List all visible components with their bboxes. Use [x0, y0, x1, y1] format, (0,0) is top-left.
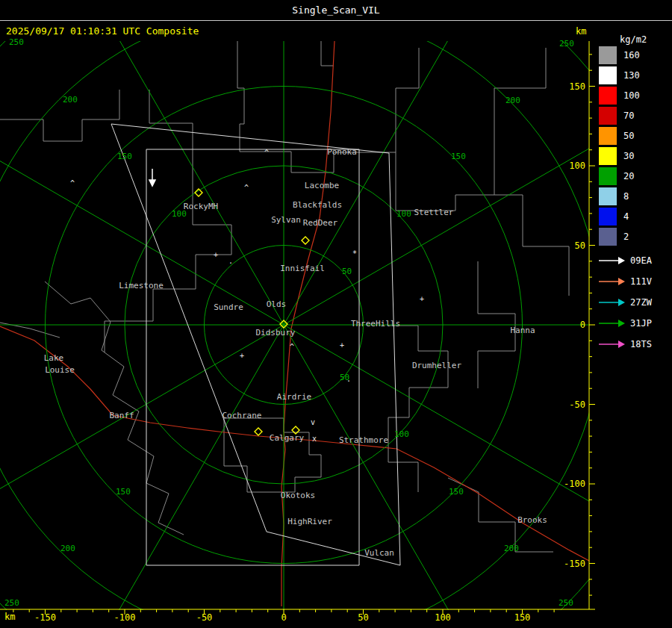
track-id-label: 09EA [630, 255, 652, 266]
right-axis-label: 100 [569, 161, 585, 171]
city-label: Sundre [214, 302, 243, 312]
scale-value: 8 [623, 191, 629, 202]
radar-site-diamond [255, 428, 262, 435]
storm-cell-marker: v [311, 418, 315, 426]
scale-row: 20 [599, 167, 671, 185]
bottom-axis-label: 50 [358, 612, 368, 623]
track-arrow-icon [599, 277, 626, 286]
bottom-axis-label: 0 [281, 612, 286, 623]
city-label: Okotoks [281, 491, 315, 500]
storm-track-arrowhead [149, 180, 155, 186]
range-rings [0, 0, 672, 628]
county-boundary-line [237, 41, 291, 152]
ring-distance-label: 250 [559, 39, 574, 49]
track-row: 18TS [599, 334, 671, 355]
ring-distance-label: 150 [116, 487, 131, 497]
bottom-axis-label: -100 [114, 612, 136, 623]
county-boundary-line [105, 172, 231, 352]
city-label: Cochrane [223, 411, 262, 420]
track-row: 111V [599, 271, 671, 292]
ring-distance-label: 250 [9, 37, 24, 47]
storm-cell-marker: x [312, 435, 317, 443]
city-label: Brooks [517, 515, 547, 525]
city-label: HighRiver [287, 517, 332, 526]
scale-value: 4 [623, 211, 629, 222]
scale-value: 30 [623, 151, 634, 161]
scale-color-swatch [599, 167, 617, 185]
legend-panel: kg/m2 16013010070503020842 09EA111V27ZW3… [599, 34, 671, 355]
ring-distance-label: 200 [63, 95, 78, 105]
track-id-label: 31JP [630, 318, 652, 329]
city-label: RedDeer [303, 218, 338, 228]
scale-row: 8 [599, 187, 671, 205]
radar-coverage-outlines [111, 124, 400, 565]
scale-row: 50 [599, 127, 671, 145]
ring-distance-label: 200 [60, 544, 75, 553]
county-boundary-line [45, 282, 184, 535]
track-row: 09EA [599, 250, 671, 271]
city-label: Strathmore [339, 435, 388, 445]
track-arrow-head [618, 257, 625, 264]
range-ring [0, 0, 672, 628]
scale-value: 130 [623, 70, 640, 81]
scale-color-swatch [599, 66, 617, 84]
right-axis-label: -100 [564, 479, 585, 489]
storm-cell-marker: ^ [70, 179, 75, 187]
city-label: ThreeHills [351, 319, 400, 329]
storm-cell-marker: ^ [244, 184, 249, 192]
county-boundaries [0, 41, 569, 552]
storm-cell-marker: . [228, 257, 233, 265]
track-row: 27ZW [599, 292, 671, 313]
city-label: Lacombe [305, 181, 339, 190]
ring-distance-label: 250 [4, 598, 19, 608]
scale-color-swatch [599, 187, 617, 205]
km-axes: -150-100-50050100150150100500-50-100-150 [0, 41, 595, 623]
scale-color-swatch [599, 46, 617, 64]
track-id-label: 111V [630, 276, 652, 287]
track-arrow-icon [599, 256, 626, 265]
right-axis-label: 50 [575, 240, 585, 251]
city-label: Limestone [119, 281, 164, 290]
scale-value: 20 [623, 171, 634, 181]
county-boundary-line [321, 41, 334, 66]
radar-map[interactable]: 2502001501002502001501005050100150200250… [0, 0, 672, 628]
bottom-axis-label: -50 [196, 612, 213, 623]
scale-value: 50 [623, 131, 634, 141]
storm-cell-marker: + [240, 352, 244, 360]
track-arrow-head [618, 299, 625, 306]
storm-cell-marker: + [214, 251, 218, 259]
county-boundary-line [224, 418, 321, 492]
city-label: Drumheller [412, 361, 462, 370]
track-id-label: 27ZW [630, 297, 652, 308]
bottom-axis-label: -150 [34, 612, 56, 623]
radar-coverage-outline [111, 124, 400, 565]
storm-cell-marker: * [352, 249, 357, 258]
storm-cell-marker: . [346, 375, 351, 383]
county-boundary-line [0, 90, 119, 141]
scale-color-swatch [599, 87, 617, 105]
city-label: Sylvan [271, 215, 301, 225]
track-arrow-head [618, 320, 625, 327]
ring-distance-label: 100 [396, 209, 411, 219]
track-arrow-head [618, 278, 625, 285]
right-axis-label: -50 [569, 400, 585, 410]
city-label: Lake [44, 353, 64, 363]
track-id-label: 18TS [630, 339, 652, 349]
right-axis-label: -150 [564, 559, 585, 569]
ring-distance-label: 200 [504, 544, 519, 553]
county-boundary-line [149, 90, 193, 172]
city-label: Calgary [270, 433, 305, 443]
ring-distance-label: 150 [449, 487, 464, 497]
scale-value: 100 [623, 90, 640, 101]
scale-color-swatch [599, 147, 617, 165]
color-scale: 16013010070503020842 [599, 46, 671, 246]
ring-distance-label: 50 [342, 267, 352, 276]
county-boundary-line [388, 326, 448, 417]
right-axis-label: 0 [580, 320, 585, 330]
city-label: Innisfail [280, 264, 325, 273]
track-arrow-head [618, 341, 625, 348]
scale-row: 4 [599, 208, 671, 226]
radar-site-diamond [302, 237, 309, 244]
ring-distance-label: 250 [559, 598, 573, 608]
city-label: Vulcan [364, 548, 394, 558]
